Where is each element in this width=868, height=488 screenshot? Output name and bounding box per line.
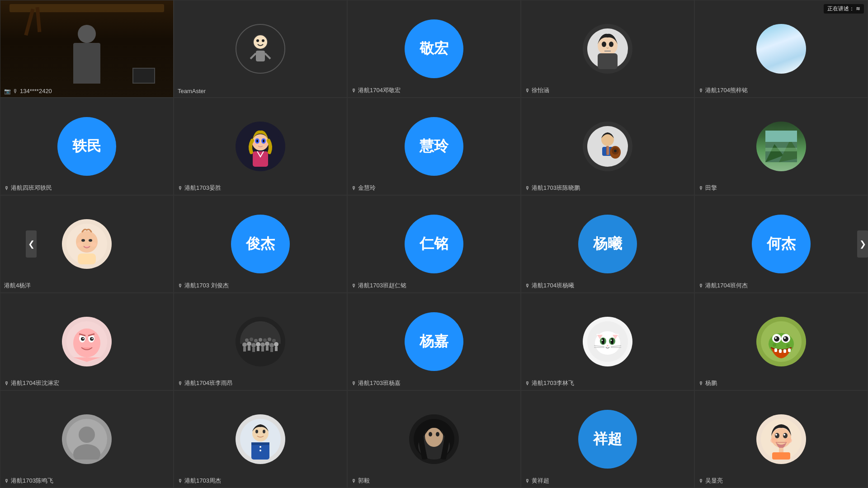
participant-cell-15: 🎙 港航1704班沈淋宏 [0, 293, 174, 390]
mic-icon-3: 🎙 [525, 88, 530, 93]
svg-point-78 [272, 339, 276, 343]
svg-point-0 [253, 35, 268, 49]
avatar-text-5: 轶民 [72, 136, 101, 156]
mic-icon-6: 🎙 [178, 185, 183, 191]
svg-point-125 [436, 432, 439, 436]
svg-rect-57 [243, 347, 246, 352]
cell-label-8: 🎙 港航1703班陈晓鹏 [525, 184, 580, 192]
svg-rect-104 [774, 348, 777, 352]
cell-label-16: 🎙 港航1704班李雨昂 [178, 379, 233, 387]
avatar-18 [583, 317, 632, 366]
svg-rect-69 [270, 347, 273, 352]
svg-point-50 [92, 338, 93, 339]
svg-point-124 [429, 432, 432, 436]
mic-icon-0: 🎙 [13, 88, 18, 94]
avatar-svg-20 [66, 419, 107, 460]
mic-icon-20: 🎙 [4, 478, 9, 483]
svg-point-88 [611, 338, 613, 344]
avatar-svg-1 [242, 31, 278, 67]
label-text-9: 田擎 [705, 184, 717, 192]
svg-point-76 [263, 338, 267, 342]
participant-cell-14: 何杰 🎙 港航1704班何杰 [694, 195, 868, 293]
svg-point-102 [775, 337, 777, 339]
next-page-button[interactable]: ❯ [857, 230, 868, 258]
avatar-12: 仁铭 [405, 215, 463, 273]
svg-point-108 [773, 343, 776, 347]
label-text-0: 134****2420 [20, 88, 52, 94]
participant-cell-11: 俊杰 🎙 港航1703 刘俊杰 [174, 195, 347, 293]
svg-point-119 [259, 446, 261, 448]
svg-rect-20 [253, 151, 268, 167]
svg-point-9 [602, 42, 606, 47]
svg-point-111 [79, 427, 95, 443]
svg-rect-107 [788, 348, 791, 352]
cell-label-0: 📷 🎙 134****2420 [4, 88, 52, 94]
svg-point-101 [783, 336, 788, 342]
avatar-6 [236, 122, 285, 171]
svg-point-10 [609, 42, 613, 47]
avatar-22 [409, 414, 459, 464]
avatar-svg-6 [240, 126, 281, 167]
svg-point-77 [268, 338, 271, 341]
label-text-8: 港航1703班陈晓鹏 [532, 184, 580, 192]
svg-point-89 [602, 340, 603, 341]
label-text-20: 港航1703陈鸣飞 [11, 477, 53, 485]
svg-point-2 [262, 39, 264, 42]
cell-label-2: 🎙 港航1704邓敬宏 [351, 86, 401, 94]
participant-cell-6: 🎙 港航1703晏胜 [174, 98, 347, 195]
participant-cell-0: 📷 🎙 134****2420 [0, 0, 174, 98]
cell-label-1: TeamAster [178, 88, 206, 94]
cell-label-9: 🎙 田擎 [698, 184, 717, 192]
svg-rect-118 [251, 442, 269, 445]
participant-cell-22: 🎙 郭毅 [347, 390, 521, 488]
svg-point-68 [269, 343, 274, 347]
label-text-11: 港航1703 刘俊杰 [184, 282, 229, 290]
svg-rect-35 [765, 148, 797, 151]
svg-point-72 [245, 338, 249, 342]
mic-icon-7: 🎙 [351, 185, 356, 191]
cell-label-17: 🎙 港航1703班杨嘉 [351, 379, 401, 387]
participant-cell-19: 🎙 杨鹏 [694, 293, 868, 390]
svg-rect-137 [772, 452, 790, 460]
svg-point-13 [252, 134, 269, 150]
mic-icon-14: 🎙 [698, 283, 703, 288]
label-text-4: 港航1704熊梓铭 [705, 86, 748, 94]
cell-label-21: 🎙 港航1703周杰 [178, 477, 221, 485]
cell-label-4: 🎙 港航1704熊梓铭 [698, 86, 748, 94]
avatar-svg-8 [587, 126, 628, 167]
svg-rect-67 [266, 346, 269, 351]
avatar-2: 敬宏 [405, 19, 463, 78]
prev-page-button[interactable]: ❮ [26, 230, 37, 258]
avatar-9 [756, 122, 806, 171]
svg-point-131 [775, 433, 779, 438]
mic-icon-21: 🎙 [178, 478, 183, 483]
cell-label-12: 🎙 港航1703班赵仁铭 [351, 282, 406, 290]
svg-point-73 [250, 338, 253, 341]
camera-icon-0: 📷 [4, 88, 11, 94]
participant-cell-23: 祥超 🎙 黄祥超 [521, 390, 694, 488]
mic-icon-9: 🎙 [698, 185, 703, 191]
participant-cell-24: 🎙 吴显亮 [694, 390, 868, 488]
svg-point-90 [611, 340, 612, 341]
label-text-2: 港航1704邓敬宏 [358, 86, 401, 94]
label-text-14: 港航1704班何杰 [705, 282, 748, 290]
cell-label-23: 🎙 黄祥超 [525, 477, 549, 485]
avatar-svg-16 [240, 321, 281, 362]
label-text-19: 杨鹏 [705, 379, 717, 387]
mic-icon-16: 🎙 [178, 380, 183, 386]
label-text-1: TeamAster [178, 88, 206, 94]
participant-cell-9: 🎙 田擎 [694, 98, 868, 195]
svg-point-66 [265, 342, 269, 346]
svg-point-39 [90, 242, 97, 247]
svg-point-37 [76, 231, 98, 253]
cell-label-5: 🎙 港航四班邓轶民 [4, 184, 52, 192]
svg-rect-61 [252, 347, 255, 352]
avatar-21 [236, 414, 285, 464]
avatar-13: 杨曦 [578, 215, 637, 273]
avatar-text-12: 仁铭 [420, 234, 448, 254]
avatar-1 [236, 24, 285, 74]
cell-label-14: 🎙 港航1704班何杰 [698, 282, 748, 290]
participant-cell-13: 杨曦 🎙 港航1704班杨曦 [521, 195, 694, 293]
svg-rect-59 [248, 346, 250, 351]
label-text-10: 港航4杨洋 [4, 282, 31, 290]
